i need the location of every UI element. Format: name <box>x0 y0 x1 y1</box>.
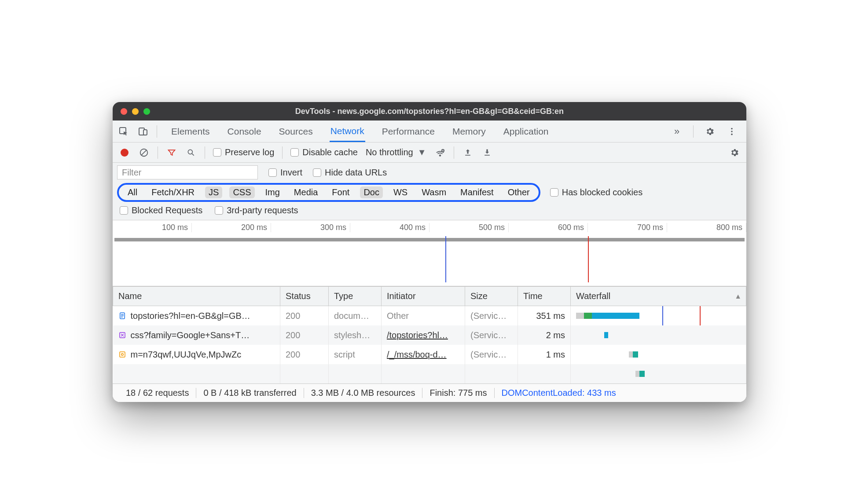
request-time: 351 ms <box>518 306 571 326</box>
traffic-lights <box>113 108 150 115</box>
settings-gear-icon[interactable] <box>704 126 716 137</box>
timeline-tick: 200 ms <box>192 223 271 232</box>
type-filter-manifest[interactable]: Manifest <box>457 186 497 198</box>
initiator-link[interactable]: /topstories?hl… <box>387 330 448 340</box>
throttling-dropdown[interactable]: No throttling ▼ <box>366 147 426 157</box>
invert-checkbox[interactable]: Invert <box>268 168 302 178</box>
col-type[interactable]: Type <box>329 287 382 306</box>
network-toolbar: Preserve log Disable cache No throttling… <box>113 142 746 163</box>
request-status: 200 <box>280 306 329 326</box>
preserve-log-checkbox[interactable]: Preserve log <box>213 147 274 157</box>
divider <box>205 146 205 159</box>
requests-table: Name Status Type Initiator Size Time Wat… <box>113 286 746 383</box>
col-name[interactable]: Name <box>113 287 280 306</box>
waterfall-cell <box>571 306 746 326</box>
request-status: 200 <box>280 345 329 364</box>
upload-har-icon[interactable] <box>462 147 474 158</box>
divider <box>282 146 283 159</box>
document-icon <box>118 312 126 320</box>
status-transferred: 0 B / 418 kB transferred <box>196 388 304 398</box>
svg-rect-13 <box>485 155 490 156</box>
timeline-tick: 400 ms <box>350 223 430 232</box>
tab-application[interactable]: Application <box>503 122 550 141</box>
timeline-tick: 600 ms <box>509 223 588 232</box>
tab-memory[interactable]: Memory <box>452 122 487 141</box>
type-filter-fetchxhr[interactable]: Fetch/XHR <box>148 186 198 198</box>
inspect-element-icon[interactable] <box>118 126 129 137</box>
timeline-tick: 300 ms <box>271 223 350 232</box>
network-conditions-icon[interactable] <box>434 147 446 158</box>
more-tabs-icon[interactable]: » <box>671 126 683 137</box>
type-filter-img[interactable]: Img <box>262 186 283 198</box>
col-initiator[interactable]: Initiator <box>382 287 465 306</box>
timeline-tick: 700 ms <box>588 223 667 232</box>
window-title: DevTools - news.google.com/topstories?hl… <box>113 107 746 116</box>
type-filter-css[interactable]: CSS <box>229 186 254 198</box>
filter-input[interactable]: Filter <box>117 165 258 179</box>
device-toolbar-icon[interactable] <box>137 126 149 137</box>
has-blocked-cookies-checkbox[interactable]: Has blocked cookies <box>550 187 642 197</box>
col-time[interactable]: Time <box>518 287 571 306</box>
request-name: m=n73qwf,UUJqVe,MpJwZc <box>131 350 242 359</box>
table-row[interactable]: m=n73qwf,UUJqVe,MpJwZc200script/_/mss/bo… <box>113 345 746 364</box>
timeline-tick: 100 ms <box>113 223 192 232</box>
type-filter-other[interactable]: Other <box>504 186 533 198</box>
zoom-window-button[interactable] <box>143 108 150 115</box>
tab-console[interactable]: Console <box>227 122 262 141</box>
clear-icon[interactable] <box>138 147 150 158</box>
request-time: 1 ms <box>518 345 571 364</box>
script-icon <box>118 351 126 358</box>
status-bar: 18 / 62 requests 0 B / 418 kB transferre… <box>113 383 746 402</box>
svg-line-7 <box>141 150 147 155</box>
overview-timeline[interactable]: 100 ms200 ms300 ms400 ms500 ms600 ms700 … <box>113 220 746 286</box>
type-filter-wasm[interactable]: Wasm <box>418 186 450 198</box>
type-filter-font[interactable]: Font <box>328 186 353 198</box>
table-row[interactable]: topstories?hl=en-GB&gl=GB…200docum…Other… <box>113 306 746 326</box>
request-name: css?family=Google+Sans+T… <box>131 330 250 340</box>
request-type: docum… <box>329 306 382 326</box>
download-har-icon[interactable] <box>481 147 493 158</box>
kebab-menu-icon[interactable] <box>726 126 738 137</box>
network-settings-gear-icon[interactable] <box>729 147 740 158</box>
initiator-text: Other <box>387 311 409 321</box>
type-filter-doc[interactable]: Doc <box>360 186 383 198</box>
disable-cache-checkbox[interactable]: Disable cache <box>290 147 358 157</box>
request-status: 200 <box>280 325 329 345</box>
load-line <box>588 236 589 282</box>
table-row[interactable]: css?family=Google+Sans+T…200stylesh…/top… <box>113 325 746 345</box>
record-button[interactable] <box>119 147 130 158</box>
type-filter-js[interactable]: JS <box>205 186 222 198</box>
type-filter-ws[interactable]: WS <box>390 186 411 198</box>
tab-elements[interactable]: Elements <box>170 122 211 141</box>
sort-arrow-up-icon: ▲ <box>734 292 742 300</box>
hide-data-urls-checkbox[interactable]: Hide data URLs <box>313 168 387 178</box>
blocked-requests-checkbox[interactable]: Blocked Requests <box>120 205 202 215</box>
col-size[interactable]: Size <box>465 287 518 306</box>
request-type: script <box>329 345 382 364</box>
status-resources: 3.3 MB / 4.0 MB resources <box>304 388 423 398</box>
svg-point-8 <box>188 150 192 154</box>
tab-sources[interactable]: Sources <box>278 122 314 141</box>
type-filter-all[interactable]: All <box>124 186 141 198</box>
type-filter-media[interactable]: Media <box>290 186 321 198</box>
request-size: (Servic… <box>465 325 518 345</box>
svg-rect-19 <box>120 352 125 357</box>
request-size: (Servic… <box>465 306 518 326</box>
col-status[interactable]: Status <box>280 287 329 306</box>
tab-performance[interactable]: Performance <box>381 122 436 141</box>
initiator-link[interactable]: /_/mss/boq-d… <box>387 350 447 359</box>
filter-funnel-icon[interactable] <box>166 147 177 158</box>
search-icon[interactable] <box>185 147 197 158</box>
tab-network[interactable]: Network <box>330 121 365 142</box>
domcontentloaded-line <box>445 236 446 282</box>
stylesheet-icon <box>118 331 126 339</box>
table-row <box>113 364 746 383</box>
svg-rect-12 <box>465 155 470 156</box>
request-time: 2 ms <box>518 325 571 345</box>
svg-rect-2 <box>143 130 147 135</box>
third-party-label: 3rd-party requests <box>227 205 298 215</box>
minimize-window-button[interactable] <box>132 108 139 115</box>
third-party-checkbox[interactable]: 3rd-party requests <box>215 205 298 215</box>
col-waterfall[interactable]: Waterfall▲ <box>571 287 746 306</box>
close-window-button[interactable] <box>121 108 127 115</box>
